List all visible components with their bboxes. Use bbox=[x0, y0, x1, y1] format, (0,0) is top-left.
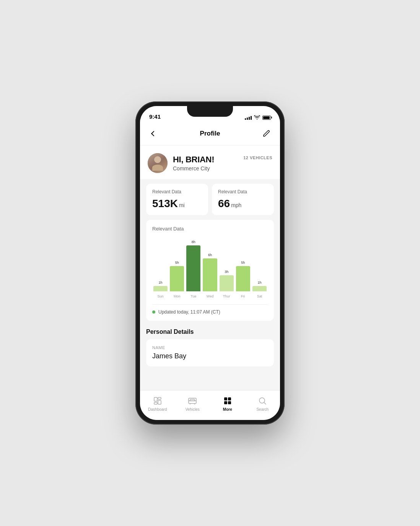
scroll-content[interactable]: Profile HI, BRIAN! Commerce City bbox=[140, 123, 280, 390]
svg-rect-3 bbox=[158, 400, 161, 404]
profile-left: HI, BRIAN! Commerce City bbox=[148, 153, 214, 173]
bar-wed bbox=[203, 258, 217, 291]
bar-day-label: Fri bbox=[241, 294, 245, 299]
edit-button[interactable] bbox=[260, 127, 272, 140]
nav-label-dashboard: Dashboard bbox=[148, 407, 167, 412]
update-status-text: Updated today, 11:07 AM (CT) bbox=[158, 309, 220, 315]
stats-row: Relevant Data 513Kmi Relevant Data 66mph bbox=[140, 179, 280, 220]
bar-label-top: 6h bbox=[208, 252, 212, 258]
bar-day-label: Tue bbox=[190, 294, 196, 299]
status-time: 9:41 bbox=[149, 113, 161, 121]
notch bbox=[187, 106, 233, 117]
stat-label-distance: Relevant Data bbox=[152, 189, 202, 194]
svg-rect-2 bbox=[158, 397, 161, 399]
name-field-value: James Bay bbox=[152, 352, 268, 360]
stat-label-speed: Relevant Data bbox=[218, 189, 268, 194]
svg-point-9 bbox=[259, 398, 265, 403]
profile-info: HI, BRIAN! Commerce City bbox=[173, 155, 214, 172]
vehicles-badge: 12 VEHICLES bbox=[243, 155, 272, 160]
bar-day-label: Mon bbox=[174, 294, 181, 299]
bar-chart: 1hSun5hMon8hTue6hWed3hThur5hFri1hSat bbox=[152, 238, 268, 299]
bar-tue bbox=[186, 245, 200, 291]
stat-card-distance: Relevant Data 513Kmi bbox=[146, 184, 208, 215]
bar-fri bbox=[236, 266, 250, 291]
name-field-label: NAME bbox=[152, 345, 268, 350]
status-dot bbox=[152, 310, 155, 314]
stat-card-speed: Relevant Data 66mph bbox=[212, 184, 274, 215]
battery-icon bbox=[262, 116, 271, 120]
svg-rect-7 bbox=[224, 401, 227, 404]
wifi-icon bbox=[254, 115, 260, 120]
search-icon bbox=[257, 396, 267, 406]
bar-label-top: 3h bbox=[225, 269, 228, 274]
nav-item-search[interactable]: Search bbox=[245, 394, 280, 414]
bar-thur bbox=[220, 275, 234, 291]
vehicles-icon bbox=[187, 396, 197, 406]
bar-day-label: Sun bbox=[158, 294, 164, 299]
bar-col-sun: 1hSun bbox=[152, 280, 169, 299]
svg-rect-0 bbox=[154, 397, 157, 401]
bottom-nav: Dashboard Vehicles bbox=[140, 390, 280, 420]
bar-sun bbox=[153, 286, 168, 291]
svg-rect-8 bbox=[228, 401, 231, 404]
bar-sat bbox=[252, 286, 267, 291]
signal-icon bbox=[245, 115, 252, 120]
chart-footer: Updated today, 11:07 AM (CT) bbox=[152, 304, 268, 315]
bar-day-label: Sat bbox=[257, 294, 262, 299]
more-icon bbox=[223, 396, 233, 406]
phone-screen: 9:41 bbox=[140, 106, 280, 420]
bar-label-top: 1h bbox=[159, 280, 163, 285]
page-header: Profile bbox=[140, 123, 280, 145]
bar-label-top: 1h bbox=[257, 280, 261, 285]
nav-label-more: More bbox=[223, 407, 232, 412]
bar-col-thur: 3hThur bbox=[218, 269, 235, 299]
bar-day-label: Thur bbox=[223, 294, 230, 299]
bar-col-tue: 8hTue bbox=[185, 239, 202, 299]
avatar bbox=[148, 153, 168, 173]
bar-col-sat: 1hSat bbox=[251, 280, 268, 299]
nav-label-search: Search bbox=[256, 407, 269, 412]
bar-label-top: 5h bbox=[241, 260, 245, 265]
phone-frame: 9:41 bbox=[135, 101, 285, 425]
page-title: Profile bbox=[200, 130, 220, 137]
details-card: NAME James Bay bbox=[146, 339, 274, 366]
greeting-text: HI, BRIAN! bbox=[173, 155, 214, 165]
stat-value-distance: 513Kmi bbox=[152, 198, 202, 210]
profile-section: HI, BRIAN! Commerce City 12 VEHICLES bbox=[140, 145, 280, 179]
edit-icon bbox=[262, 130, 270, 137]
nav-item-dashboard[interactable]: Dashboard bbox=[140, 394, 175, 414]
stat-value-speed: 66mph bbox=[218, 198, 268, 210]
location-text: Commerce City bbox=[173, 165, 214, 172]
personal-details-title: Personal Details bbox=[140, 325, 280, 339]
bar-mon bbox=[170, 266, 184, 291]
bar-col-fri: 5hFri bbox=[235, 260, 251, 299]
back-button[interactable] bbox=[148, 127, 160, 140]
chart-card: Relevant Data 1hSun5hMon8hTue6hWed3hThur… bbox=[146, 220, 274, 321]
svg-rect-6 bbox=[228, 397, 231, 400]
svg-rect-1 bbox=[154, 402, 157, 404]
nav-label-vehicles: Vehicles bbox=[186, 407, 200, 412]
nav-item-vehicles[interactable]: Vehicles bbox=[175, 394, 210, 414]
bar-col-wed: 6hWed bbox=[202, 252, 218, 299]
bar-col-mon: 5hMon bbox=[169, 260, 185, 299]
status-icons bbox=[245, 115, 271, 121]
nav-item-more[interactable]: More bbox=[210, 394, 245, 414]
back-arrow-icon bbox=[151, 131, 156, 136]
bar-label-top: 5h bbox=[175, 260, 179, 265]
dashboard-icon bbox=[153, 396, 163, 406]
bar-day-label: Wed bbox=[207, 294, 213, 299]
bar-label-top: 8h bbox=[192, 239, 195, 245]
svg-rect-5 bbox=[224, 397, 227, 400]
chart-title: Relevant Data bbox=[152, 226, 268, 232]
